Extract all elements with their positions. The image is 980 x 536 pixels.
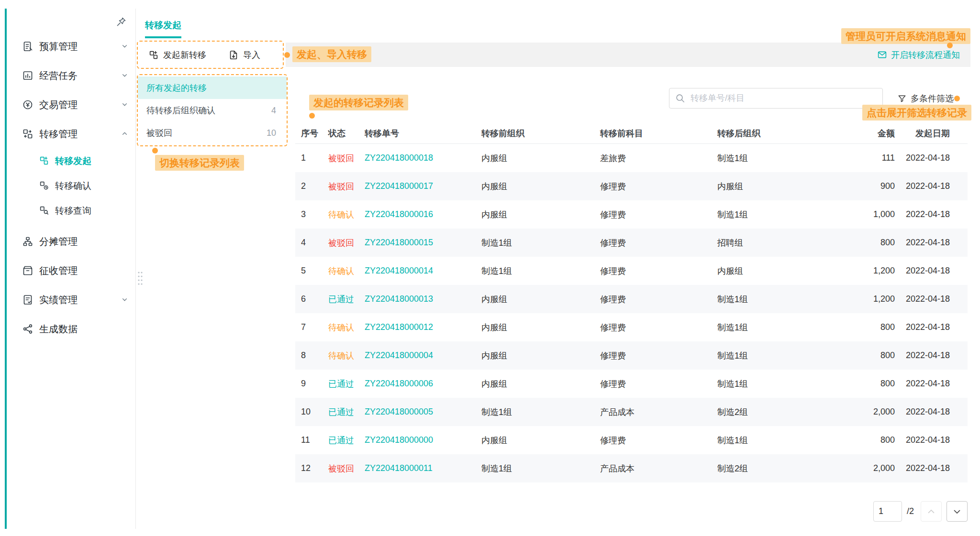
cell-date: 2022-04-18: [895, 370, 968, 398]
filter-list-item[interactable]: 所有发起的转移: [138, 77, 287, 99]
tab-transfer-initiate[interactable]: 转移发起: [145, 20, 181, 38]
cell-from-org: 内服组: [477, 313, 596, 341]
sidebar-resize-handle[interactable]: [137, 270, 144, 286]
cell-to-org: 制造1组: [713, 313, 823, 341]
column-header: 序号: [295, 123, 324, 144]
cell-to-org: 制造2组: [713, 454, 823, 482]
annotation-dot: [954, 96, 960, 101]
annotation-dot: [152, 148, 158, 153]
annotation-switch-list: 切换转移记录列表: [155, 155, 244, 171]
cell-from-org: 制造1组: [477, 454, 596, 482]
cell-doc: ZY220418000005: [360, 398, 477, 426]
collection-icon: [22, 265, 33, 276]
new-transfer-button[interactable]: 发起新转移: [148, 49, 206, 61]
cell-doc: ZY220418000013: [360, 285, 477, 313]
sidebar-item-label: 预算管理: [39, 42, 78, 51]
table-row[interactable]: 6 已通过 ZY220418000013 内服组 修理费 制造1组 1,200 …: [295, 285, 968, 313]
filter-list-item[interactable]: 被驳回 10: [138, 121, 287, 144]
cell-status: 待确认: [324, 257, 360, 285]
table-row[interactable]: 10 已通过 ZY220418000005 制造1组 产品成本 制造2组 2,0…: [295, 398, 968, 426]
cell-to-org: 招聘组: [713, 229, 823, 257]
annotation-dot: [284, 52, 290, 58]
sidebar-item-transfer-confirm[interactable]: 转移确认: [7, 173, 135, 198]
cell-status: 已通过: [324, 426, 360, 454]
cell-no: 9: [295, 370, 324, 398]
table-row[interactable]: 1 被驳回 ZY220418000018 内服组 差旅费 制造1组 111 20…: [295, 144, 968, 173]
pin-button[interactable]: [114, 15, 128, 29]
sidebar-item-performance[interactable]: 实绩管理: [7, 285, 135, 314]
cell-status: 已通过: [324, 370, 360, 398]
sidebar-item-transfer[interactable]: 转移管理: [7, 119, 135, 148]
doc-number-link[interactable]: ZY220418000018: [365, 153, 433, 163]
search-input[interactable]: [669, 88, 883, 109]
search-box: [669, 88, 883, 109]
cell-to-org: 制造1组: [713, 341, 823, 370]
cell-to-org: 制造1组: [713, 200, 823, 229]
cell-status: 被驳回: [324, 229, 360, 257]
cell-no: 10: [295, 398, 324, 426]
cell-date: 2022-04-18: [895, 257, 968, 285]
sidebar-item-tasks[interactable]: 经营任务: [7, 61, 135, 90]
cell-no: 6: [295, 285, 324, 313]
doc-number-link[interactable]: ZY220418000011: [365, 463, 433, 473]
sidebar-item-collection[interactable]: 征收管理: [7, 256, 135, 285]
sidebar: 预算管理 经营任务 交易管理: [7, 9, 136, 529]
table-row[interactable]: 11 已通过 ZY220418000000 内服组 修理费 制造1组 800 2…: [295, 426, 968, 454]
cell-from-org: 制造1组: [477, 398, 596, 426]
cell-doc: ZY220418000012: [360, 313, 477, 341]
budget-icon: [22, 41, 33, 52]
cell-status: 待确认: [324, 313, 360, 341]
table-row[interactable]: 5 待确认 ZY220418000014 制造1组 修理费 内服组 1,200 …: [295, 257, 968, 285]
sidebar-item-transfer-initiate[interactable]: 转移发起: [7, 148, 135, 173]
doc-number-link[interactable]: ZY220418000006: [365, 379, 433, 388]
doc-number-link[interactable]: ZY220418000000: [365, 435, 433, 445]
doc-number-link[interactable]: ZY220418000005: [365, 407, 433, 416]
cell-subject: 修理费: [596, 229, 713, 257]
cell-status: 已通过: [324, 285, 360, 313]
table-row[interactable]: 12 被驳回 ZY220418000011 制造1组 产品成本 制造2组 2,0…: [295, 454, 968, 482]
table-row[interactable]: 7 待确认 ZY220418000012 内服组 修理费 制造1组 800 20…: [295, 313, 968, 341]
column-header: 金额: [823, 123, 895, 144]
filter-list-count: 10: [267, 129, 276, 137]
table-row[interactable]: 4 被驳回 ZY220418000015 制造1组 修理费 招聘组 800 20…: [295, 229, 968, 257]
chevron-down-icon: [121, 100, 129, 109]
doc-number-link[interactable]: ZY220418000012: [365, 322, 433, 332]
cell-date: 2022-04-18: [895, 229, 968, 257]
chevron-down-icon: [952, 506, 962, 517]
pin-icon: [115, 16, 127, 28]
sidebar-item-label: 实绩管理: [39, 295, 78, 305]
doc-number-link[interactable]: ZY220418000017: [365, 181, 433, 191]
sidebar-item-generate[interactable]: 生成数据: [7, 314, 135, 343]
table-row[interactable]: 3 待确认 ZY220418000016 内服组 修理费 制造1组 1,000 …: [295, 200, 968, 229]
sidebar-item-trade[interactable]: 交易管理: [7, 90, 135, 119]
column-header: 发起日期: [895, 123, 968, 144]
search-icon: [675, 93, 685, 103]
doc-number-link[interactable]: ZY220418000014: [365, 266, 433, 275]
doc-number-link[interactable]: ZY220418000004: [365, 350, 433, 360]
cell-doc: ZY220418000015: [360, 229, 477, 257]
page-number-input[interactable]: [873, 501, 902, 522]
doc-number-link[interactable]: ZY220418000013: [365, 294, 433, 304]
sidebar-item-allocation[interactable]: 分摊管理: [7, 227, 135, 256]
page-down-button[interactable]: [947, 501, 968, 522]
import-button[interactable]: 导入: [228, 49, 260, 61]
filter-list-item[interactable]: 待转移后组织确认 4: [138, 99, 287, 121]
table-row[interactable]: 2 被驳回 ZY220418000017 内服组 修理费 内服组 900 202…: [295, 172, 968, 200]
doc-number-link[interactable]: ZY220418000016: [365, 209, 433, 219]
sidebar-item-transfer-query[interactable]: 转移查询: [7, 198, 135, 223]
cell-doc: ZY220418000017: [360, 172, 477, 200]
cell-date: 2022-04-18: [895, 172, 968, 200]
doc-number-link[interactable]: ZY220418000015: [365, 238, 433, 247]
table-row[interactable]: 8 待确认 ZY220418000004 内服组 修理费 制造1组 800 20…: [295, 341, 968, 370]
sidebar-item-budget[interactable]: 预算管理: [7, 32, 135, 61]
cell-date: 2022-04-18: [895, 313, 968, 341]
cell-amount: 1,200: [823, 285, 895, 313]
status-badge: 被驳回: [328, 153, 354, 163]
annotation-admin-notice: 管理员可开启系统消息通知: [841, 28, 970, 44]
currency-icon: [22, 99, 33, 110]
page-up-button[interactable]: [921, 501, 942, 522]
sidebar-item-label: 征收管理: [39, 266, 78, 275]
table-row[interactable]: 9 已通过 ZY220418000006 内服组 修理费 制造1组 800 20…: [295, 370, 968, 398]
cell-from-org: 内服组: [477, 144, 596, 173]
filter-list-label: 待转移后组织确认: [146, 106, 215, 115]
